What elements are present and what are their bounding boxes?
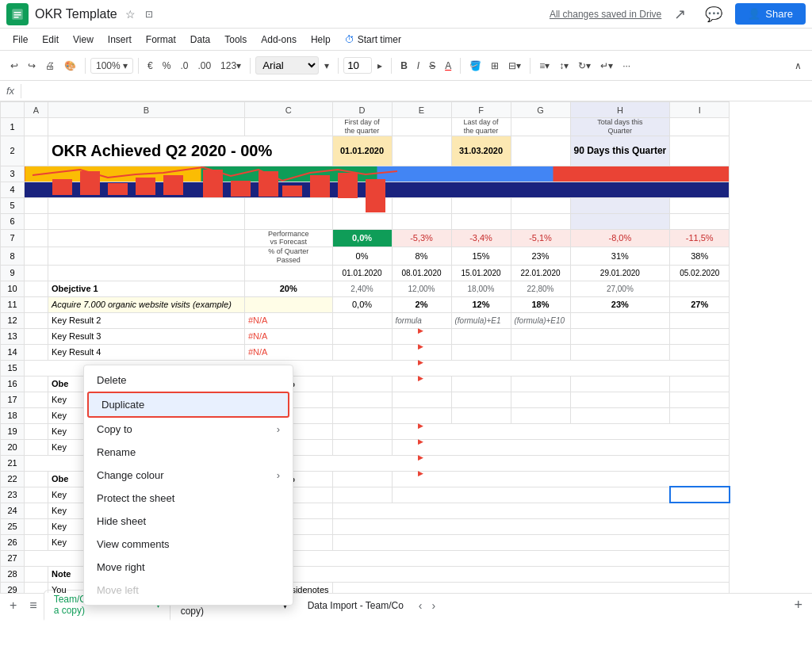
cell-i10[interactable] bbox=[670, 281, 730, 296]
italic-button[interactable]: I bbox=[413, 58, 423, 74]
col-header-f[interactable]: F bbox=[451, 102, 511, 118]
cell-a25[interactable] bbox=[25, 518, 48, 534]
redo-button[interactable]: ↪ bbox=[24, 58, 40, 74]
cell-f10[interactable]: 18,00% bbox=[451, 281, 511, 296]
cell-g10[interactable]: 22,80% bbox=[511, 281, 570, 296]
cell-f2[interactable]: 31.03.2020 bbox=[451, 136, 511, 166]
share-button[interactable]: 👤 Share bbox=[735, 3, 806, 25]
cell-a16[interactable] bbox=[25, 376, 48, 392]
cell-b14[interactable]: Key Result 4 bbox=[48, 344, 245, 360]
menu-format[interactable]: Format bbox=[140, 32, 182, 48]
cell-g1[interactable] bbox=[511, 118, 570, 136]
cell-a26[interactable] bbox=[25, 534, 48, 550]
cell-f18[interactable] bbox=[451, 407, 511, 423]
merge-button[interactable]: ⊟▾ bbox=[504, 58, 525, 74]
ctx-protect[interactable]: Protect the sheet bbox=[84, 487, 293, 510]
cell-d2[interactable]: 01.01.2020 bbox=[332, 136, 392, 166]
cell-e1[interactable] bbox=[392, 118, 451, 136]
cell-d22[interactable] bbox=[332, 471, 392, 487]
cell-g2[interactable] bbox=[511, 136, 570, 166]
cell-d5[interactable] bbox=[332, 197, 392, 213]
cell-i1[interactable] bbox=[670, 118, 730, 136]
cell-c5[interactable] bbox=[245, 197, 333, 213]
cell-28-rest[interactable] bbox=[245, 566, 730, 582]
cell-h17[interactable] bbox=[570, 392, 670, 407]
cell-a14[interactable] bbox=[25, 344, 48, 360]
cell-b10[interactable]: Obejctive 1 bbox=[48, 281, 245, 296]
cell-b7[interactable] bbox=[48, 229, 245, 247]
cell-a17[interactable] bbox=[25, 392, 48, 407]
cell-g6[interactable] bbox=[511, 213, 570, 229]
cell-i11[interactable]: 27% bbox=[670, 296, 730, 312]
cell-i8[interactable]: 38% bbox=[670, 247, 730, 266]
cell-e11[interactable]: 2% bbox=[392, 296, 451, 312]
cell-a6[interactable] bbox=[25, 213, 48, 229]
cell-b1[interactable] bbox=[48, 118, 245, 136]
wrap-button[interactable]: ↵▾ bbox=[596, 58, 617, 74]
cell-g8[interactable]: 23% bbox=[511, 247, 570, 266]
menu-data[interactable]: Data bbox=[184, 32, 216, 48]
cell-i7[interactable]: -11,5% bbox=[670, 229, 730, 247]
cell-d20[interactable] bbox=[332, 439, 392, 455]
cell-e7[interactable]: -5,3% bbox=[392, 229, 451, 247]
cell-a29[interactable] bbox=[25, 582, 48, 593]
cell-22-rest[interactable] bbox=[392, 471, 730, 487]
cell-g18[interactable] bbox=[511, 407, 570, 423]
tab-nav-left[interactable]: ‹ bbox=[414, 596, 427, 615]
menu-start-timer[interactable]: ⏱ Start timer bbox=[339, 32, 408, 48]
col-header-i[interactable]: I bbox=[670, 102, 730, 118]
cell-f17[interactable] bbox=[451, 392, 511, 407]
cell-f13[interactable] bbox=[451, 328, 511, 344]
cell-f12[interactable]: (formula)+E1 bbox=[451, 312, 511, 328]
cell-i5[interactable] bbox=[670, 197, 730, 213]
menu-tools[interactable]: Tools bbox=[218, 32, 253, 48]
cell-h1[interactable]: Total days thisQuarter bbox=[570, 118, 670, 136]
cell-d11[interactable]: 0,0% bbox=[332, 296, 392, 312]
cell-b11[interactable]: Acquire 7.000 organic website visits (ex… bbox=[48, 296, 245, 312]
cell-f14[interactable] bbox=[451, 344, 511, 360]
ctx-duplicate[interactable]: Duplicate bbox=[87, 392, 289, 418]
star-icon[interactable]: ☆ bbox=[124, 6, 137, 22]
doc-title[interactable]: OKR Template bbox=[35, 7, 117, 21]
font-dropdown-icon[interactable]: ▾ bbox=[320, 58, 333, 74]
cell-e5[interactable] bbox=[392, 197, 451, 213]
cell-d12[interactable] bbox=[332, 312, 392, 328]
cell-b9[interactable] bbox=[48, 265, 245, 281]
cell-c13[interactable]: #N/A bbox=[245, 328, 333, 344]
decimal-dec-button[interactable]: .0 bbox=[176, 58, 192, 74]
menu-addons[interactable]: Add-ons bbox=[255, 32, 303, 48]
cell-h9[interactable]: 29.01.2020 bbox=[570, 265, 670, 281]
cell-b13[interactable]: Key Result 3 bbox=[48, 328, 245, 344]
trending-icon[interactable]: ↗ bbox=[668, 2, 692, 26]
menu-help[interactable]: Help bbox=[304, 32, 337, 48]
cell-g12[interactable]: (formula)+E10 bbox=[511, 312, 570, 328]
cell-g11[interactable]: 18% bbox=[511, 296, 570, 312]
cell-h16[interactable] bbox=[570, 376, 670, 392]
cell-h7[interactable]: -8,0% bbox=[570, 229, 670, 247]
cell-h18[interactable] bbox=[570, 407, 670, 423]
cell-d10[interactable]: 2,40% bbox=[332, 281, 392, 296]
more-button[interactable]: ··· bbox=[619, 58, 634, 74]
decimal-inc-button[interactable]: .00 bbox=[193, 58, 215, 74]
cell-a10[interactable] bbox=[25, 281, 48, 296]
menu-insert[interactable]: Insert bbox=[102, 32, 138, 48]
cell-d1[interactable]: First day ofthe quarter bbox=[332, 118, 392, 136]
ctx-delete[interactable]: Delete bbox=[84, 369, 293, 392]
cell-29-rest[interactable] bbox=[332, 582, 730, 593]
ctx-hide[interactable]: Hide sheet bbox=[84, 510, 293, 533]
cell-b8[interactable] bbox=[48, 247, 245, 266]
ctx-move-right[interactable]: Move right bbox=[84, 556, 293, 579]
add-tab-button[interactable]: + bbox=[3, 595, 23, 616]
formula-input[interactable] bbox=[28, 86, 806, 97]
valign-button[interactable]: ↕▾ bbox=[555, 58, 573, 74]
cell-26-rest[interactable] bbox=[332, 534, 730, 550]
cell-h5[interactable] bbox=[570, 197, 670, 213]
cell-a19[interactable] bbox=[25, 423, 48, 439]
cell-f11[interactable]: 12% bbox=[451, 296, 511, 312]
cell-c6[interactable] bbox=[245, 213, 333, 229]
cell-i18[interactable] bbox=[670, 407, 730, 423]
cell-23-rest[interactable] bbox=[392, 487, 670, 503]
cell-b6[interactable] bbox=[48, 213, 245, 229]
cell-i2[interactable] bbox=[670, 136, 730, 166]
cell-24-rest[interactable] bbox=[332, 503, 730, 518]
